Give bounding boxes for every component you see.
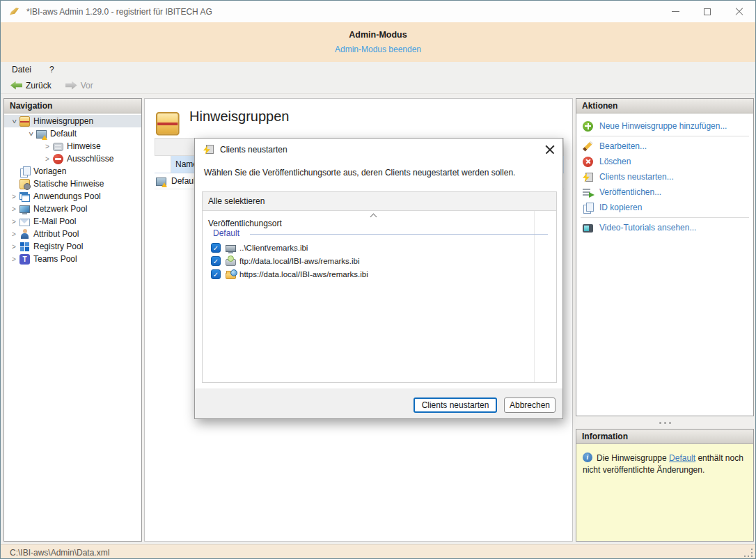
action-label: Neue Hinweisgruppe hinzufügen... bbox=[599, 121, 727, 131]
status-bar: C:\IBI-aws\Admin\Data.xml bbox=[1, 544, 755, 559]
action-video-tutorials[interactable]: Video-Tutorials ansehen... bbox=[576, 220, 753, 235]
teams-icon bbox=[19, 254, 30, 265]
information-panel: Information Die Hinweisgruppe Default en… bbox=[576, 429, 754, 542]
table-gutter-header bbox=[155, 156, 171, 173]
tree-item-label: Attribut Pool bbox=[33, 229, 79, 239]
list-item-https[interactable]: ✓ https://data.local/IBI-aws/remarks.ibi bbox=[205, 267, 546, 281]
tree-item-anwendungs-pool[interactable]: > Anwendungs Pool bbox=[4, 190, 141, 203]
admin-mode-exit-link[interactable]: Admin-Modus beenden bbox=[335, 45, 421, 54]
dialog-title-bar: Clients neustarten bbox=[195, 139, 562, 160]
menu-bar: Datei ? bbox=[1, 62, 755, 77]
network-drive-icon bbox=[226, 245, 236, 252]
maximize-button[interactable] bbox=[691, 1, 723, 22]
exclude-icon bbox=[53, 154, 63, 164]
tree-item-statische-hinweise[interactable]: > Statische Hinweise bbox=[4, 178, 141, 190]
templates-icon bbox=[19, 166, 30, 177]
maximize-icon bbox=[704, 8, 711, 15]
back-label: Zurück bbox=[26, 81, 52, 90]
list-item-ftp[interactable]: ✓ ftp://data.local/IBI-aws/remarks.ibi bbox=[205, 254, 546, 267]
expander-icon[interactable]: > bbox=[8, 255, 19, 263]
page-title: Hinweisgruppen bbox=[189, 109, 289, 125]
admin-mode-banner: Admin-Modus Admin-Modus beenden bbox=[1, 22, 755, 62]
video-icon bbox=[583, 224, 593, 233]
column-divider[interactable] bbox=[534, 211, 535, 382]
minimize-icon bbox=[672, 11, 679, 13]
tree-item-default[interactable]: > Default bbox=[4, 127, 141, 140]
user-icon bbox=[19, 229, 30, 239]
minimize-button[interactable] bbox=[659, 1, 691, 22]
menu-datei[interactable]: Datei bbox=[5, 63, 38, 76]
action-copy-id[interactable]: ID kopieren bbox=[576, 200, 753, 215]
back-button[interactable]: Zurück bbox=[6, 79, 56, 92]
restart-clients-dialog: Clients neustarten Wählen Sie die Veröff… bbox=[194, 138, 563, 419]
static-notice-icon bbox=[19, 179, 30, 189]
tree-item-label: Registry Pool bbox=[33, 242, 83, 251]
checkbox-checked[interactable]: ✓ bbox=[211, 243, 221, 253]
tree-item-vorlagen[interactable]: > Vorlagen bbox=[4, 165, 141, 178]
expander-icon[interactable]: > bbox=[42, 143, 53, 150]
menu-help[interactable]: ? bbox=[42, 63, 61, 76]
tree-item-teams-pool[interactable]: > Teams Pool bbox=[4, 253, 141, 265]
forward-arrow-icon bbox=[65, 81, 77, 90]
monitor-warning-icon bbox=[36, 130, 47, 139]
expander-icon[interactable]: > bbox=[42, 155, 53, 163]
forward-button[interactable]: Vor bbox=[61, 79, 97, 92]
monitor-warning-icon bbox=[156, 178, 166, 186]
expander-icon[interactable]: > bbox=[8, 205, 19, 213]
tree-item-hinweisgruppen[interactable]: > Hinweisgruppen bbox=[4, 115, 141, 127]
tree-item-label: Hinweise bbox=[67, 141, 101, 151]
action-delete[interactable]: Löschen bbox=[576, 154, 753, 169]
registry-grid-icon bbox=[19, 242, 30, 252]
checkbox-checked[interactable]: ✓ bbox=[211, 256, 221, 266]
expander-icon[interactable]: > bbox=[27, 128, 35, 139]
tree-item-attribut-pool[interactable]: > Attribut Pool bbox=[4, 228, 141, 240]
dialog-instruction: Wählen Sie die Veröffentlichungsorte aus… bbox=[195, 160, 562, 178]
copy-id-icon bbox=[583, 203, 593, 213]
info-text-before: Die Hinweisgruppe bbox=[597, 453, 667, 463]
info-default-link[interactable]: Default bbox=[669, 453, 695, 463]
restart-clients-button[interactable]: Clients neustarten bbox=[414, 397, 497, 413]
tree-item-email-pool[interactable]: > E-Mail Pool bbox=[4, 215, 141, 228]
nav-toolbar: Zurück Vor bbox=[1, 77, 755, 94]
expander-icon[interactable]: > bbox=[8, 193, 19, 200]
list-item-label: https://data.local/IBI-aws/remarks.ibi bbox=[239, 270, 368, 278]
expander-icon[interactable]: > bbox=[8, 218, 19, 226]
forward-label: Vor bbox=[81, 81, 93, 90]
tree-item-hinweise[interactable]: > Hinweise bbox=[4, 140, 141, 152]
group-header-line bbox=[250, 234, 548, 235]
action-publish[interactable]: Veröffentlichen... bbox=[576, 184, 753, 200]
navigation-header: Navigation bbox=[4, 99, 141, 113]
mail-icon bbox=[19, 219, 30, 226]
select-all-button[interactable]: Alle selektieren bbox=[203, 192, 556, 211]
tree-item-registry-pool[interactable]: > Registry Pool bbox=[4, 240, 141, 253]
panel-splitter[interactable] bbox=[576, 416, 754, 429]
network-monitor-icon bbox=[19, 205, 30, 213]
cancel-button[interactable]: Abbrechen bbox=[504, 397, 556, 413]
checkbox-checked[interactable]: ✓ bbox=[211, 269, 221, 279]
edit-icon bbox=[583, 141, 593, 152]
action-edit[interactable]: Bearbeiten... bbox=[576, 139, 753, 154]
action-label: Veröffentlichen... bbox=[599, 187, 661, 197]
action-label: ID kopieren bbox=[599, 203, 642, 212]
actions-separator bbox=[581, 217, 749, 218]
column-header-veroeffentlichungsort[interactable]: Veröffentlichungsort bbox=[203, 211, 556, 228]
actions-separator bbox=[581, 136, 749, 136]
dialog-close-icon[interactable] bbox=[545, 145, 555, 155]
list-item-label: ..\Client\remarks.ibi bbox=[239, 244, 308, 252]
ftp-server-icon bbox=[226, 259, 236, 266]
resize-grip[interactable] bbox=[744, 549, 753, 557]
tree-item-netzwerk-pool[interactable]: > Netzwerk Pool bbox=[4, 203, 141, 215]
tree-item-ausschluesse[interactable]: > Ausschlüsse bbox=[4, 152, 141, 165]
action-add-notice-group[interactable]: Neue Hinweisgruppe hinzufügen... bbox=[576, 118, 753, 134]
expander-icon[interactable]: > bbox=[8, 230, 19, 238]
expander-icon[interactable]: > bbox=[10, 116, 18, 127]
close-icon bbox=[735, 8, 743, 16]
action-restart-clients[interactable]: Clients neustarten... bbox=[576, 169, 753, 184]
action-label: Löschen bbox=[599, 157, 631, 166]
list-item-unc-path[interactable]: ✓ ..\Client\remarks.ibi bbox=[205, 241, 546, 254]
notice-group-icon bbox=[156, 112, 180, 136]
close-button[interactable] bbox=[723, 1, 755, 22]
tree-item-label: E-Mail Pool bbox=[33, 216, 76, 226]
information-body: Die Hinweisgruppe Default enthält noch n… bbox=[576, 444, 753, 541]
expander-icon[interactable]: > bbox=[8, 243, 19, 251]
